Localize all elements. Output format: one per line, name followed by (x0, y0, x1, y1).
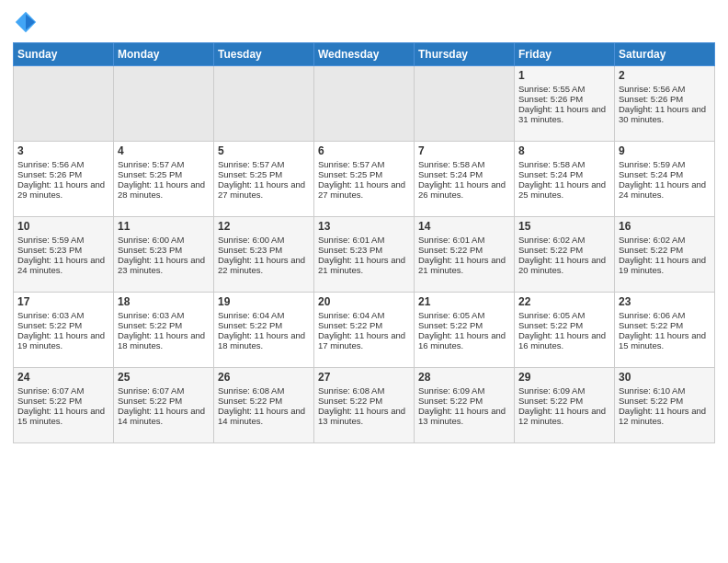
sunrise-text: Sunrise: 5:57 AM (118, 159, 184, 169)
day-number: 14 (418, 220, 510, 233)
calendar-cell: 24Sunrise: 6:07 AMSunset: 5:22 PMDayligh… (14, 368, 114, 443)
calendar-header: SundayMondayTuesdayWednesdayThursdayFrid… (14, 43, 715, 66)
sunset-text: Sunset: 5:22 PM (418, 396, 483, 406)
day-number: 25 (118, 371, 210, 384)
daylight-text: Daylight: 11 hours and 13 minutes. (318, 406, 405, 426)
header-row: SundayMondayTuesdayWednesdayThursdayFrid… (14, 43, 715, 66)
sunset-text: Sunset: 5:26 PM (619, 94, 683, 104)
sunrise-text: Sunrise: 6:02 AM (619, 235, 685, 245)
day-number: 22 (518, 295, 610, 308)
sunset-text: Sunset: 5:22 PM (318, 396, 382, 406)
sunrise-text: Sunrise: 6:00 AM (218, 235, 284, 245)
sunset-text: Sunset: 5:25 PM (218, 169, 282, 179)
sunset-text: Sunset: 5:23 PM (218, 245, 282, 255)
calendar-cell: 11Sunrise: 6:00 AMSunset: 5:23 PMDayligh… (114, 217, 214, 293)
sunset-text: Sunset: 5:22 PM (619, 320, 683, 330)
calendar-cell (14, 66, 114, 142)
day-number: 17 (17, 295, 109, 308)
sunrise-text: Sunrise: 5:56 AM (17, 159, 84, 169)
sunrise-text: Sunrise: 6:04 AM (318, 310, 384, 320)
daylight-text: Daylight: 11 hours and 16 minutes. (418, 330, 506, 350)
daylight-text: Daylight: 11 hours and 15 minutes. (17, 406, 105, 426)
day-number: 4 (118, 144, 210, 157)
day-number: 8 (518, 144, 610, 157)
daylight-text: Daylight: 11 hours and 23 minutes. (118, 255, 205, 275)
calendar-cell: 23Sunrise: 6:06 AMSunset: 5:22 PMDayligh… (615, 293, 715, 368)
calendar-cell: 26Sunrise: 6:08 AMSunset: 5:22 PMDayligh… (214, 368, 314, 443)
day-number: 2 (619, 69, 711, 82)
sunrise-text: Sunrise: 6:08 AM (318, 385, 384, 396)
sunrise-text: Sunrise: 5:56 AM (619, 84, 685, 94)
calendar-cell: 1Sunrise: 5:55 AMSunset: 5:26 PMDaylight… (515, 66, 615, 142)
day-number: 28 (418, 371, 510, 384)
sunset-text: Sunset: 5:24 PM (619, 169, 683, 179)
sunrise-text: Sunrise: 6:04 AM (218, 310, 284, 320)
day-number: 18 (118, 295, 210, 308)
day-number: 1 (518, 69, 610, 82)
week-row-0: 1Sunrise: 5:55 AMSunset: 5:26 PMDaylight… (14, 66, 715, 142)
calendar-cell: 12Sunrise: 6:00 AMSunset: 5:23 PMDayligh… (214, 217, 314, 293)
sunset-text: Sunset: 5:22 PM (518, 245, 583, 255)
calendar-cell: 25Sunrise: 6:07 AMSunset: 5:22 PMDayligh… (114, 368, 214, 443)
sunset-text: Sunset: 5:22 PM (17, 320, 82, 330)
sunset-text: Sunset: 5:22 PM (619, 245, 683, 255)
sunset-text: Sunset: 5:22 PM (318, 320, 382, 330)
daylight-text: Daylight: 11 hours and 19 minutes. (619, 255, 706, 275)
daylight-text: Daylight: 11 hours and 21 minutes. (318, 255, 405, 275)
sunrise-text: Sunrise: 6:00 AM (118, 235, 184, 245)
calendar-body: 1Sunrise: 5:55 AMSunset: 5:26 PMDaylight… (14, 66, 715, 443)
calendar-cell (114, 66, 214, 142)
calendar-cell: 6Sunrise: 5:57 AMSunset: 5:25 PMDaylight… (314, 142, 415, 217)
sunrise-text: Sunrise: 6:10 AM (619, 385, 685, 396)
week-row-3: 17Sunrise: 6:03 AMSunset: 5:22 PMDayligh… (14, 293, 715, 368)
sunset-text: Sunset: 5:22 PM (218, 396, 282, 406)
sunset-text: Sunset: 5:24 PM (418, 169, 483, 179)
day-number: 7 (418, 144, 510, 157)
header-cell-thursday: Thursday (415, 43, 515, 66)
daylight-text: Daylight: 11 hours and 30 minutes. (619, 104, 706, 124)
sunset-text: Sunset: 5:23 PM (118, 245, 182, 255)
calendar-cell (415, 66, 515, 142)
sunrise-text: Sunrise: 5:58 AM (418, 159, 484, 169)
sunset-text: Sunset: 5:22 PM (619, 396, 683, 406)
header-cell-sunday: Sunday (14, 43, 114, 66)
sunrise-text: Sunrise: 6:01 AM (418, 235, 484, 245)
sunset-text: Sunset: 5:22 PM (17, 396, 82, 406)
sunset-text: Sunset: 5:26 PM (518, 94, 583, 104)
daylight-text: Daylight: 11 hours and 18 minutes. (218, 330, 305, 350)
header-cell-friday: Friday (515, 43, 615, 66)
daylight-text: Daylight: 11 hours and 26 minutes. (418, 179, 506, 200)
sunset-text: Sunset: 5:25 PM (118, 169, 182, 179)
week-row-1: 3Sunrise: 5:56 AMSunset: 5:26 PMDaylight… (14, 142, 715, 217)
daylight-text: Daylight: 11 hours and 27 minutes. (318, 179, 405, 200)
daylight-text: Daylight: 11 hours and 24 minutes. (17, 255, 105, 275)
day-number: 24 (17, 371, 109, 384)
daylight-text: Daylight: 11 hours and 14 minutes. (118, 406, 205, 426)
day-number: 3 (17, 144, 109, 157)
daylight-text: Daylight: 11 hours and 25 minutes. (518, 179, 606, 200)
sunset-text: Sunset: 5:22 PM (118, 320, 182, 330)
sunrise-text: Sunrise: 6:02 AM (518, 235, 585, 245)
sunset-text: Sunset: 5:25 PM (318, 169, 382, 179)
week-row-4: 24Sunrise: 6:07 AMSunset: 5:22 PMDayligh… (14, 368, 715, 443)
calendar-cell: 7Sunrise: 5:58 AMSunset: 5:24 PMDaylight… (415, 142, 515, 217)
daylight-text: Daylight: 11 hours and 20 minutes. (518, 255, 606, 275)
sunset-text: Sunset: 5:23 PM (318, 245, 382, 255)
calendar-cell: 19Sunrise: 6:04 AMSunset: 5:22 PMDayligh… (214, 293, 314, 368)
day-number: 26 (218, 371, 310, 384)
sunrise-text: Sunrise: 6:06 AM (619, 310, 685, 320)
sunrise-text: Sunrise: 6:08 AM (218, 385, 284, 396)
calendar-cell: 13Sunrise: 6:01 AMSunset: 5:23 PMDayligh… (314, 217, 415, 293)
sunrise-text: Sunrise: 6:07 AM (17, 385, 84, 396)
sunset-text: Sunset: 5:22 PM (518, 320, 583, 330)
sunrise-text: Sunrise: 6:03 AM (17, 310, 84, 320)
day-number: 23 (619, 295, 711, 308)
day-number: 5 (218, 144, 310, 157)
day-number: 13 (318, 220, 410, 233)
sunrise-text: Sunrise: 6:05 AM (418, 310, 484, 320)
daylight-text: Daylight: 11 hours and 31 minutes. (518, 104, 606, 124)
sunset-text: Sunset: 5:23 PM (17, 245, 82, 255)
daylight-text: Daylight: 11 hours and 16 minutes. (518, 330, 606, 350)
day-number: 12 (218, 220, 310, 233)
day-number: 16 (619, 220, 711, 233)
